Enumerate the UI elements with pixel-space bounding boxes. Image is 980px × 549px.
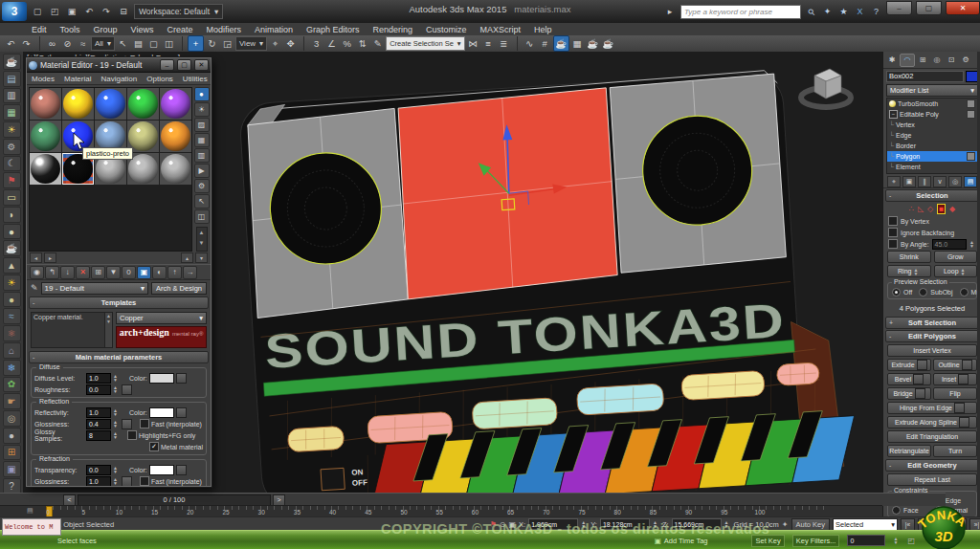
reference-coordinate-dropdown[interactable]: View▾ bbox=[235, 36, 267, 51]
edit-stack-icon[interactable]: ▤ bbox=[964, 176, 977, 187]
spinner[interactable]: ▲▼ bbox=[113, 477, 120, 485]
teapot-primitive-icon[interactable]: ☕ bbox=[3, 240, 21, 256]
hand-icon[interactable]: ☛ bbox=[3, 393, 21, 409]
plane-primitive-icon[interactable]: ▭ bbox=[3, 189, 21, 206]
render-iterative-icon[interactable]: ☕ bbox=[601, 36, 615, 51]
add-time-tag[interactable]: ▣Add Time Tag bbox=[655, 537, 708, 545]
scroll-left-icon[interactable]: ◂ bbox=[30, 253, 42, 263]
preview-multi-radio[interactable] bbox=[960, 288, 969, 296]
maximize-button[interactable]: ▢ bbox=[916, 1, 942, 15]
show-end-result-icon[interactable]: ▣ bbox=[902, 176, 916, 187]
render-setup-icon[interactable]: ☕ bbox=[553, 35, 569, 52]
select-object-icon[interactable]: ↖ bbox=[116, 36, 130, 51]
me-close-button[interactable]: ✕ bbox=[194, 59, 209, 71]
tab-hierarchy[interactable]: ⊞ bbox=[916, 55, 929, 66]
diffuse-color-swatch[interactable] bbox=[149, 373, 174, 384]
material-slot[interactable] bbox=[62, 88, 94, 120]
spinner[interactable]: ▲▼ bbox=[113, 466, 120, 473]
material-slot[interactable] bbox=[127, 88, 159, 120]
lightbulb-icon[interactable] bbox=[889, 100, 896, 107]
assign-material-icon[interactable]: ↓ bbox=[60, 266, 75, 279]
menu-help[interactable]: Help bbox=[527, 25, 559, 34]
edit-geometry-rollout-header[interactable]: -Edit Geometry bbox=[885, 459, 979, 472]
reflectivity-field[interactable]: 1.0 bbox=[86, 407, 111, 418]
sphere-gray-icon[interactable]: ● bbox=[3, 428, 21, 444]
stack-item-vertex[interactable]: └Vertex bbox=[887, 120, 977, 130]
settings-box[interactable] bbox=[954, 403, 965, 413]
unlink-selection-icon[interactable]: ⊘ bbox=[60, 36, 75, 51]
next-frame-button[interactable]: > bbox=[273, 494, 285, 506]
modifier-list-dropdown[interactable]: Modifier List ▾ bbox=[886, 84, 978, 97]
select-and-rotate-icon[interactable]: ↻ bbox=[205, 36, 219, 51]
repeat-last-button[interactable]: Repeat Last bbox=[887, 473, 977, 486]
mirror-icon[interactable]: ⋈ bbox=[466, 36, 480, 51]
element-mode-icon[interactable]: ◆ bbox=[949, 205, 955, 213]
template-dropdown[interactable]: Copper ▾ bbox=[116, 312, 207, 324]
plant-icon[interactable]: ✿ bbox=[3, 377, 21, 393]
collapse-icon[interactable]: − bbox=[889, 110, 898, 119]
sun-icon[interactable]: ☀ bbox=[3, 274, 21, 291]
open-file-icon[interactable]: ◰ bbox=[48, 5, 61, 18]
bridge-button[interactable]: Bridge bbox=[887, 387, 931, 400]
material-slot[interactable] bbox=[30, 121, 61, 152]
track-bar-icon[interactable]: ▤ bbox=[27, 507, 33, 515]
rendered-frame-icon[interactable]: ▦ bbox=[570, 36, 585, 51]
settings-box[interactable] bbox=[958, 374, 969, 384]
metal-material-checkbox[interactable]: ✓ bbox=[149, 442, 159, 451]
scroll-up-icon[interactable]: ▴ bbox=[181, 253, 193, 263]
template-scrollbar[interactable]: ▲▼ bbox=[104, 313, 112, 347]
moon-icon[interactable]: ☾ bbox=[3, 156, 21, 172]
selection-lock-icon[interactable]: ⊙ bbox=[500, 520, 506, 529]
search-icon[interactable]: ⚲ bbox=[802, 3, 819, 20]
shrink-button[interactable]: Shrink bbox=[887, 251, 931, 263]
border-mode-icon[interactable]: ◇ bbox=[927, 205, 933, 213]
sample-type-icon[interactable]: ● bbox=[194, 87, 210, 101]
tool-icon[interactable]: ⚙ bbox=[3, 139, 21, 155]
prev-frame-button[interactable]: < bbox=[63, 494, 76, 506]
search-input[interactable]: Type a keyword or phrase bbox=[680, 5, 801, 19]
save-file-icon[interactable]: ▣ bbox=[65, 5, 78, 18]
me-menu-navigation[interactable]: Navigation bbox=[96, 75, 142, 83]
polygon-mode-icon[interactable]: ■ bbox=[937, 204, 946, 214]
material-editor-titlebar[interactable]: Material Editor - 19 - Default – ▢ ✕ bbox=[27, 58, 211, 73]
outline-button[interactable]: Outline bbox=[933, 359, 977, 371]
bevel-button[interactable]: Bevel bbox=[887, 373, 931, 385]
me-scrollbar[interactable]: ▲▼ bbox=[196, 227, 208, 252]
roughness-map-button[interactable] bbox=[122, 384, 132, 395]
menu-modifiers[interactable]: Modifiers bbox=[199, 25, 248, 34]
menu-rendering[interactable]: Rendering bbox=[367, 25, 420, 34]
tab-create[interactable]: ✱ bbox=[885, 55, 899, 66]
refr-fast-checkbox[interactable] bbox=[140, 476, 149, 486]
named-selection-input[interactable]: Create Selection Se▾ bbox=[386, 36, 464, 51]
templates-rollout-header[interactable]: -Templates bbox=[29, 296, 209, 309]
exchange-icon[interactable]: X bbox=[854, 6, 866, 18]
material-slot[interactable] bbox=[160, 88, 191, 120]
flip-button[interactable]: Flip bbox=[933, 387, 977, 400]
spinner[interactable]: ▲▼ bbox=[653, 520, 659, 528]
selection-rollout-header[interactable]: -Selection bbox=[885, 189, 979, 202]
reset-map-icon[interactable]: ✕ bbox=[76, 266, 90, 279]
background-icon[interactable]: ▨ bbox=[194, 118, 210, 132]
preview-off-radio[interactable] bbox=[892, 288, 901, 296]
refraction-map-button[interactable] bbox=[176, 465, 187, 475]
key-selection-dropdown[interactable]: Selected▾ bbox=[833, 518, 898, 531]
render-teapot-icon[interactable]: ☕ bbox=[3, 54, 21, 70]
set-key-button[interactable]: Set Key bbox=[751, 535, 784, 547]
fast-interpolate-checkbox[interactable] bbox=[140, 419, 149, 428]
me-minimize-button[interactable]: – bbox=[160, 59, 174, 71]
search-expand-icon[interactable]: ▸ bbox=[663, 5, 677, 18]
window-crossing-icon[interactable]: ◫ bbox=[162, 36, 176, 51]
redo-quick-icon[interactable]: ↷ bbox=[100, 5, 113, 18]
me-menu-material[interactable]: Material bbox=[59, 75, 96, 83]
spinner-snap-icon[interactable]: ⇅ bbox=[355, 36, 369, 51]
menu-tools[interactable]: Tools bbox=[54, 25, 87, 34]
loop-button[interactable]: Loop▲▼ bbox=[934, 265, 978, 277]
spinner[interactable]: ▲▼ bbox=[724, 520, 731, 528]
menu-customize[interactable]: Customize bbox=[419, 25, 474, 34]
refl-glossiness-field[interactable]: 0.4 bbox=[86, 419, 111, 429]
snowflake-icon[interactable]: ❄ bbox=[3, 360, 21, 376]
options-icon[interactable]: ⚙ bbox=[194, 179, 210, 193]
isolate-selection-icon[interactable]: ⚑ bbox=[490, 520, 497, 529]
diffuse-map-button[interactable] bbox=[176, 373, 187, 384]
reflection-color-swatch[interactable] bbox=[149, 407, 174, 418]
